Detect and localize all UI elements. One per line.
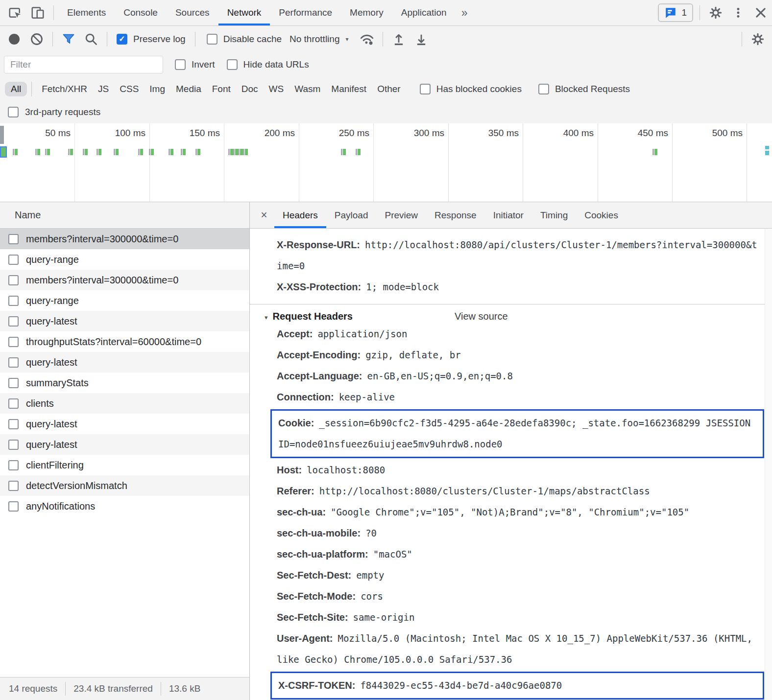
invert-group[interactable]: Invert bbox=[175, 59, 215, 70]
type-filter[interactable]: Img bbox=[149, 84, 165, 94]
request-checkbox[interactable] bbox=[8, 419, 19, 429]
inspect-cursor-icon bbox=[8, 5, 23, 20]
table-row[interactable]: members?interval=300000&time=0 bbox=[0, 270, 249, 290]
record-button[interactable] bbox=[3, 28, 25, 50]
table-row[interactable]: detectVersionMismatch bbox=[0, 475, 249, 496]
main-tabbar: Elements Console Sources Network Perform… bbox=[0, 0, 772, 26]
details-tab[interactable]: Headers bbox=[274, 202, 326, 228]
main-tab[interactable]: Console bbox=[115, 0, 167, 25]
type-filter[interactable]: Other bbox=[377, 84, 401, 94]
hide-data-urls-checkbox[interactable] bbox=[227, 59, 238, 70]
main-tab[interactable]: Elements bbox=[58, 0, 115, 25]
timeline-overview[interactable]: 50 ms 100 ms 150 ms 200 ms 250 ms 300 ms… bbox=[0, 123, 772, 202]
hide-data-urls-group[interactable]: Hide data URLs bbox=[227, 59, 309, 70]
table-row[interactable]: query-latest bbox=[0, 414, 249, 434]
timeline-gridline bbox=[299, 123, 299, 202]
type-filter[interactable]: CSS bbox=[120, 84, 139, 94]
request-checkbox[interactable] bbox=[8, 296, 19, 306]
has-blocked-cookies-checkbox[interactable] bbox=[420, 84, 431, 94]
main-tab[interactable]: Network bbox=[218, 0, 270, 25]
has-blocked-cookies-group[interactable]: Has blocked cookies bbox=[420, 84, 522, 94]
table-row[interactable]: summaryStats bbox=[0, 373, 249, 393]
main-tab[interactable]: Performance bbox=[270, 0, 341, 25]
table-row[interactable]: query-latest bbox=[0, 352, 249, 373]
invert-checkbox[interactable] bbox=[175, 59, 186, 70]
more-options-button[interactable] bbox=[727, 1, 749, 24]
table-row[interactable]: anyNotifications bbox=[0, 496, 249, 516]
export-har-button[interactable] bbox=[410, 28, 433, 50]
type-filter[interactable]: Doc bbox=[241, 84, 258, 94]
table-row[interactable]: query-range bbox=[0, 249, 249, 270]
blocked-requests-group[interactable]: Blocked Requests bbox=[538, 84, 630, 94]
table-row[interactable]: query-latest bbox=[0, 434, 249, 455]
block-icon bbox=[30, 32, 44, 46]
name-column-header[interactable]: Name bbox=[0, 202, 249, 229]
settings-button[interactable] bbox=[704, 1, 727, 24]
table-row[interactable]: query-range bbox=[0, 290, 249, 311]
import-har-button[interactable] bbox=[387, 28, 410, 50]
details-tab[interactable]: Cookies bbox=[576, 202, 627, 228]
type-filter[interactable]: Wasm bbox=[294, 84, 320, 94]
table-row[interactable]: clientFiltering bbox=[0, 455, 249, 475]
device-toolbar-button[interactable] bbox=[26, 1, 49, 24]
main-tab[interactable]: Sources bbox=[167, 0, 218, 25]
type-filter[interactable]: Font bbox=[212, 84, 231, 94]
timeline-request-mark bbox=[181, 149, 186, 155]
type-filter[interactable]: WS bbox=[269, 84, 284, 94]
table-row[interactable]: throughputStats?interval=60000&time=0 bbox=[0, 331, 249, 352]
details-tab[interactable]: Timing bbox=[532, 202, 576, 228]
type-filter[interactable]: Media bbox=[176, 84, 201, 94]
disable-cache-checkbox[interactable] bbox=[207, 34, 217, 45]
request-checkbox[interactable] bbox=[8, 357, 19, 368]
preserve-log-checkbox[interactable]: ✓ bbox=[117, 34, 127, 45]
table-row[interactable]: clients bbox=[0, 393, 249, 414]
inspect-element-button[interactable] bbox=[4, 1, 26, 24]
type-filter-all[interactable]: All bbox=[5, 82, 27, 96]
issues-badge-button[interactable]: 1 bbox=[658, 3, 693, 22]
table-row[interactable]: query-latest bbox=[0, 311, 249, 331]
timeline-tick-label: 200 ms bbox=[265, 128, 295, 139]
clear-button[interactable] bbox=[25, 28, 48, 50]
type-filter[interactable]: Fetch/XHR bbox=[42, 84, 87, 94]
details-tab[interactable]: Payload bbox=[326, 202, 377, 228]
details-tab[interactable]: Initiator bbox=[485, 202, 532, 228]
header-name: Cookie bbox=[278, 418, 314, 428]
more-tabs-button[interactable]: » bbox=[456, 6, 474, 20]
request-checkbox[interactable] bbox=[8, 337, 19, 347]
filter-toggle-button[interactable] bbox=[57, 28, 80, 50]
details-tab[interactable]: Response bbox=[426, 202, 485, 228]
search-button[interactable] bbox=[80, 28, 102, 50]
disclosure-triangle-icon[interactable]: ▾ bbox=[265, 314, 268, 321]
network-settings-button[interactable] bbox=[747, 28, 769, 50]
close-devtools-button[interactable] bbox=[749, 1, 772, 24]
request-checkbox[interactable] bbox=[8, 460, 19, 470]
details-tab[interactable]: Preview bbox=[377, 202, 427, 228]
request-headers-title[interactable]: Request Headers bbox=[273, 311, 353, 322]
request-checkbox[interactable] bbox=[8, 275, 19, 285]
request-checkbox[interactable] bbox=[8, 316, 19, 327]
table-row[interactable]: members?interval=300000&time=0 bbox=[0, 229, 249, 249]
request-checkbox[interactable] bbox=[8, 398, 19, 409]
network-conditions-button[interactable] bbox=[356, 28, 378, 50]
third-party-checkbox[interactable] bbox=[8, 107, 19, 117]
blocked-requests-checkbox[interactable] bbox=[538, 84, 549, 94]
disable-cache-group[interactable]: Disable cache bbox=[207, 34, 282, 45]
main-tab[interactable]: Memory bbox=[341, 0, 392, 25]
throttling-select[interactable]: No throttling ▾ bbox=[290, 34, 348, 45]
header-line: X-CSRF-TOKENf8443029-ec55-43d4-be7d-a40c… bbox=[270, 672, 764, 700]
request-checkbox[interactable] bbox=[8, 501, 19, 512]
view-source-link[interactable]: View source bbox=[455, 311, 508, 322]
request-checkbox[interactable] bbox=[8, 378, 19, 388]
request-checkbox[interactable] bbox=[8, 481, 19, 491]
request-checkbox[interactable] bbox=[8, 440, 19, 450]
request-checkbox[interactable] bbox=[8, 234, 19, 244]
filter-input[interactable] bbox=[4, 56, 163, 73]
type-filter[interactable]: Manifest bbox=[331, 84, 366, 94]
close-details-button[interactable]: × bbox=[254, 205, 274, 226]
main-tab[interactable]: Application bbox=[392, 0, 456, 25]
request-checkbox[interactable] bbox=[8, 255, 19, 265]
preserve-log-group[interactable]: ✓ Preserve log bbox=[117, 34, 186, 45]
type-filter[interactable]: JS bbox=[98, 84, 109, 94]
timeline-request-mark bbox=[356, 149, 361, 155]
scrollbar[interactable] bbox=[765, 229, 772, 700]
